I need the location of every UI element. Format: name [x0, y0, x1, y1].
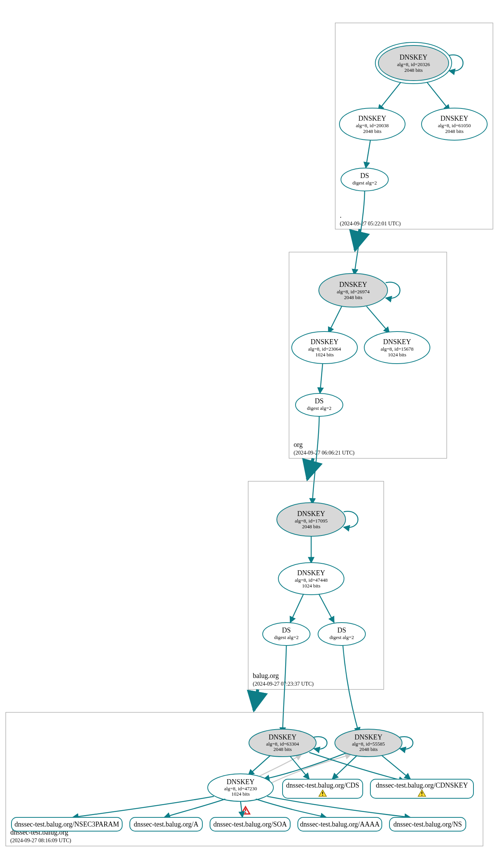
zone-balug: balug.org (2024-09-27 07:23:37 UTC) DNSK… [248, 481, 384, 689]
node-root-ds: DS digest alg=2 [341, 168, 388, 191]
svg-text:2048 bits: 2048 bits [344, 294, 362, 300]
edge [164, 799, 225, 817]
rrset-cds: dnssec-test.balug.org/CDS [283, 779, 363, 798]
svg-text:digest alg=2: digest alg=2 [307, 405, 331, 411]
zone-root: . (2024-09-27 05:22:01 UTC) DNSKEY alg=8… [335, 23, 493, 229]
node-balug-ds2: DS digest alg=2 [318, 623, 365, 646]
edge [309, 752, 405, 781]
svg-text:DS: DS [337, 626, 346, 634]
svg-text:alg=8, id=63304: alg=8, id=63304 [266, 741, 299, 747]
svg-text:dnssec-test.balug.org/AAAA: dnssec-test.balug.org/AAAA [300, 820, 380, 828]
svg-text:DNSKEY: DNSKEY [383, 338, 411, 346]
edge [382, 756, 410, 779]
node-org-zsk1: DNSKEY alg=8, id=23064 1024 bits [292, 332, 357, 364]
svg-text:dnssec-test.balug.org/NSEC3PAR: dnssec-test.balug.org/NSEC3PARAM [15, 820, 119, 828]
svg-text:alg=8, id=47230: alg=8, id=47230 [224, 786, 257, 791]
edge [366, 140, 370, 168]
svg-rect-70 [245, 812, 246, 813]
svg-text:alg=8, id=61050: alg=8, id=61050 [438, 123, 471, 128]
svg-text:alg=8, id=15678: alg=8, id=15678 [381, 346, 414, 352]
svg-text:DNSKEY: DNSKEY [310, 338, 338, 346]
svg-rect-63 [322, 792, 323, 794]
svg-text:dnssec-test.balug.org/CDS: dnssec-test.balug.org/CDS [286, 781, 359, 789]
node-root-ksk: DNSKEY alg=8, id=20326 2048 bits [375, 42, 463, 84]
svg-text:2048 bits: 2048 bits [359, 746, 378, 752]
svg-text:DNSKEY: DNSKEY [354, 733, 382, 741]
svg-text:2048 bits: 2048 bits [445, 128, 464, 134]
rrset-soa: dnssec-test.balug.org/SOA [210, 817, 290, 831]
dnssec-graph: . (2024-09-27 05:22:01 UTC) DNSKEY alg=8… [0, 0, 504, 851]
svg-text:DS: DS [360, 172, 369, 180]
delegation-arrow [307, 458, 313, 479]
rrset-nsec3param: dnssec-test.balug.org/NSEC3PARAM [11, 817, 122, 831]
zone-org-label: org [294, 441, 303, 448]
zone-balug-ts: (2024-09-27 07:23:37 UTC) [253, 681, 314, 687]
svg-text:digest alg=2: digest alg=2 [330, 634, 354, 640]
svg-rect-67 [422, 792, 422, 794]
svg-text:dnssec-test.balug.org/SOA: dnssec-test.balug.org/SOA [213, 820, 287, 828]
edge [320, 364, 323, 393]
svg-point-30 [296, 393, 343, 416]
svg-text:dnssec-test.balug.org/NS: dnssec-test.balug.org/NS [393, 820, 462, 828]
edge [367, 306, 389, 333]
rrset-ns: dnssec-test.balug.org/NS [389, 817, 466, 831]
svg-text:DNSKEY: DNSKEY [339, 281, 367, 288]
svg-text:alg=8, id=55585: alg=8, id=55585 [352, 741, 385, 747]
zone-root-ts: (2024-09-27 05:22:01 UTC) [340, 221, 401, 227]
zone-test-ts: (2024-09-27 08:16:09 UTC) [10, 838, 71, 844]
edge [319, 594, 334, 623]
svg-text:DNSKEY: DNSKEY [440, 115, 468, 122]
edge [328, 306, 342, 333]
svg-text:DNSKEY: DNSKEY [297, 569, 325, 577]
zone-balug-label: balug.org [253, 672, 279, 680]
svg-text:DNSKEY: DNSKEY [358, 115, 386, 122]
zone-root-label: . [340, 212, 342, 219]
svg-text:alg=8, id=26974: alg=8, id=26974 [337, 289, 370, 294]
svg-text:dnssec-test.balug.org/A: dnssec-test.balug.org/A [134, 820, 199, 828]
svg-text:DNSKEY: DNSKEY [268, 733, 296, 741]
svg-text:alg=8, id=47448: alg=8, id=47448 [295, 577, 328, 583]
edge [263, 753, 346, 779]
svg-text:DNSKEY: DNSKEY [399, 53, 427, 61]
edge [256, 799, 326, 817]
svg-text:1024 bits: 1024 bits [302, 583, 320, 589]
rrset-cdnskey: dnssec-test.balug.org/CDNSKEY [370, 779, 473, 798]
node-balug-ksk: DNSKEY alg=8, id=17095 2048 bits [277, 503, 358, 536]
svg-rect-69 [245, 809, 246, 811]
edge [378, 82, 401, 111]
svg-text:2048 bits: 2048 bits [404, 67, 423, 73]
svg-text:1024 bits: 1024 bits [388, 352, 406, 358]
edge [241, 801, 242, 817]
node-root-zsk1: DNSKEY alg=8, id=20038 2048 bits [339, 108, 405, 140]
error-icon [241, 807, 250, 814]
rrset-a: dnssec-test.balug.org/A [130, 817, 202, 831]
delegation-arrow [254, 689, 258, 710]
rrset-aaaa: dnssec-test.balug.org/AAAA [298, 817, 382, 831]
node-test-ksk2: DNSKEY alg=8, id=55585 2048 bits [335, 729, 413, 757]
svg-text:alg=8, id=20326: alg=8, id=20326 [397, 61, 430, 67]
svg-text:2048 bits: 2048 bits [363, 128, 381, 134]
node-balug-zsk: DNSKEY alg=8, id=47448 1024 bits [278, 563, 344, 595]
svg-text:1024 bits: 1024 bits [231, 791, 250, 797]
svg-text:alg=8, id=23064: alg=8, id=23064 [308, 346, 341, 352]
svg-text:DNSKEY: DNSKEY [226, 778, 254, 786]
svg-point-45 [318, 623, 365, 646]
svg-text:DNSKEY: DNSKEY [297, 510, 325, 518]
svg-text:DS: DS [282, 626, 291, 634]
zone-org-ts: (2024-09-27 06:06:21 UTC) [294, 450, 355, 456]
svg-text:dnssec-test.balug.org/CDNSKEY: dnssec-test.balug.org/CDNSKEY [376, 781, 468, 789]
node-root-zsk2: DNSKEY alg=8, id=61050 2048 bits [422, 108, 487, 140]
svg-text:1024 bits: 1024 bits [315, 352, 334, 358]
svg-text:digest alg=2: digest alg=2 [274, 634, 299, 640]
node-balug-ds1: DS digest alg=2 [263, 623, 310, 646]
svg-rect-64 [322, 795, 323, 796]
svg-text:alg=8, id=17095: alg=8, id=17095 [295, 518, 328, 524]
node-org-ksk: DNSKEY alg=8, id=26974 2048 bits [319, 273, 400, 307]
svg-rect-68 [422, 795, 422, 796]
zone-org: org (2024-09-27 06:06:21 UTC) DNSKEY alg… [289, 252, 447, 458]
node-org-ds: DS digest alg=2 [296, 393, 343, 416]
zone-test: dnssec-test.balug.org (2024-09-27 08:16:… [6, 712, 483, 846]
edge [73, 796, 214, 817]
edge [290, 594, 304, 623]
svg-text:alg=8, id=20038: alg=8, id=20038 [356, 123, 389, 128]
